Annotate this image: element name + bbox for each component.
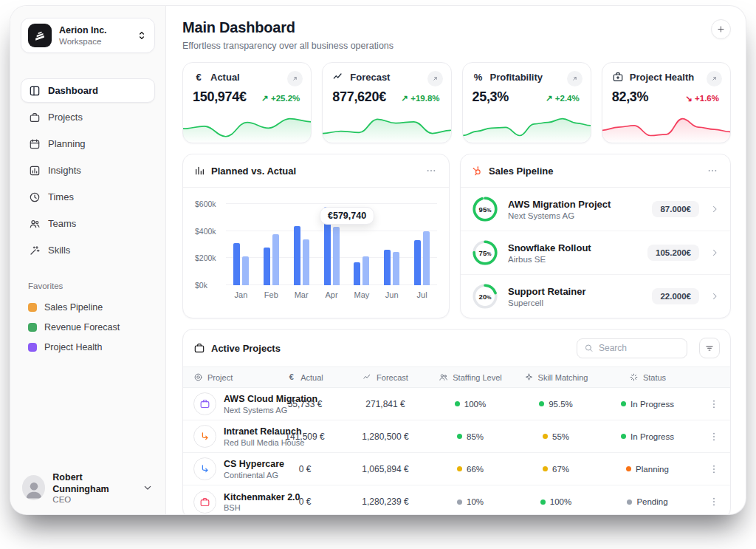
table-body: AWS Cloud MigrationNext Systems AG 55,73…: [183, 388, 730, 514]
chevron-right-icon: [709, 204, 720, 214]
search-icon: [584, 344, 594, 353]
column-header-project[interactable]: Project: [193, 372, 268, 382]
sidebar-item-skills[interactable]: Skills: [21, 238, 155, 262]
row-menu-button[interactable]: [708, 463, 720, 475]
project-staffing: 85%: [429, 432, 512, 441]
open-kpi-button[interactable]: [567, 71, 583, 86]
favorite-sales-pipeline[interactable]: Sales Pipeline: [21, 297, 155, 317]
app-window: Aerion Inc. Workspace DashboardProjectsP…: [10, 6, 746, 514]
user-name: Robert Cunningham: [52, 471, 134, 496]
pipeline-title: Sales Pipeline: [489, 166, 553, 177]
project-row-kitchenmaker-2-0[interactable]: Kitchenmaker 2.0BSH 0 € 1,280,239 € 10% …: [183, 485, 730, 514]
sidebar-item-projects[interactable]: Projects: [21, 105, 155, 129]
add-widget-button[interactable]: [711, 19, 731, 39]
favorite-color-swatch: [28, 343, 37, 352]
column-header-status[interactable]: Status: [600, 372, 695, 382]
x-axis-label: Jan: [226, 290, 256, 299]
bar-planned-jul: [414, 240, 421, 285]
table-header: Project€ActualForecastStaffing LevelSkil…: [183, 366, 730, 388]
bar-group-jun[interactable]: [377, 198, 407, 285]
trend-icon: [362, 372, 372, 382]
project-skill: 100%: [512, 497, 600, 506]
sidebar-item-teams[interactable]: Teams: [21, 211, 155, 236]
kpi-delta: ↗ +2.4%: [546, 93, 580, 103]
project-row-cs-hypercare[interactable]: CS HypercareContinental AG 0 € 1,065,894…: [183, 453, 730, 485]
column-header-staffing-level[interactable]: Staffing Level: [429, 372, 512, 382]
favorite-label: Sales Pipeline: [44, 302, 103, 313]
kpi-sparkline: [463, 105, 591, 143]
favorite-revenue-forecast[interactable]: Revenue Forecast: [21, 317, 155, 337]
column-header-actual[interactable]: €Actual: [268, 372, 342, 382]
pipeline-deal-support-retainer[interactable]: 20% Support RetainerSupercell 22.000€: [461, 274, 730, 318]
sidebar-item-planning[interactable]: Planning: [21, 132, 155, 156]
workspace-selector[interactable]: Aerion Inc. Workspace: [21, 18, 155, 53]
kpi-card-forecast: Forecast 877,620€↗ +19.8%: [322, 62, 451, 143]
row-menu-button[interactable]: [708, 496, 720, 508]
user-menu[interactable]: Robert Cunningham CEO: [21, 467, 155, 505]
sidebar-item-label: Times: [48, 191, 74, 202]
bar-planned-mar: [294, 226, 300, 285]
project-row-aws-cloud-migration[interactable]: AWS Cloud MigrationNext Systems AG 55,73…: [183, 388, 730, 420]
page-title: Main Dashboard: [182, 19, 394, 36]
open-kpi-button[interactable]: [427, 71, 443, 86]
x-axis-label: Apr: [317, 290, 347, 299]
deal-progress-ring: 20%: [471, 282, 499, 310]
hubspot-icon: [471, 165, 483, 177]
kpi-label: Project Health: [630, 72, 694, 83]
bar-group-jan[interactable]: [226, 198, 256, 285]
bar-actual-jul: [423, 231, 430, 285]
deal-amount-badge: 105.200€: [647, 245, 699, 261]
row-menu-button[interactable]: [708, 431, 720, 443]
status-badge: Pending: [600, 497, 695, 506]
column-label: Status: [643, 373, 666, 382]
main-content: Main Dashboard Effortless transparency o…: [166, 6, 746, 514]
open-kpi-button[interactable]: [707, 71, 722, 86]
health-icon: [612, 71, 624, 83]
kpi-sparkline: [323, 105, 450, 143]
search-box[interactable]: [577, 338, 687, 358]
workspace-name: Aerion Inc.: [59, 25, 107, 37]
favorite-label: Project Health: [44, 342, 103, 352]
pipeline-menu-button[interactable]: [705, 163, 720, 178]
y-axis-label: $400k: [195, 227, 216, 236]
x-axis-label: Feb: [256, 290, 286, 299]
pipeline-deal-aws-migration-project[interactable]: 95% AWS Migration ProjectNext Systems AG…: [461, 188, 730, 231]
sidebar-item-times[interactable]: Times: [21, 185, 155, 209]
bar-group-mar[interactable]: [286, 198, 317, 285]
open-kpi-button[interactable]: [287, 71, 303, 86]
workspace-subtitle: Workspace: [59, 37, 107, 46]
project-forecast: 271,841 €: [342, 399, 429, 409]
filter-button[interactable]: [699, 338, 720, 358]
bar-actual-jun: [393, 252, 399, 285]
project-type-icon: [193, 491, 216, 514]
kpi-card-project-health: Project Health 82,3%↘ +1.6%: [602, 62, 731, 143]
deal-progress-ring: 95%: [471, 195, 499, 223]
kpi-label: Forecast: [350, 72, 390, 83]
sales-pipeline-card: Sales Pipeline 95% AWS Migration Project…: [460, 154, 731, 318]
favorites-label: Favorites: [28, 282, 148, 290]
sidebar-item-label: Planning: [48, 138, 86, 149]
bar-actual-may: [362, 256, 369, 285]
chart-menu-button[interactable]: [424, 163, 439, 178]
pipeline-deal-snowflake-rollout[interactable]: 75% Snowflake RolloutAirbus SE 105.200€: [461, 231, 730, 274]
bar-group-feb[interactable]: [256, 198, 286, 285]
sidebar: Aerion Inc. Workspace DashboardProjectsP…: [10, 6, 166, 514]
briefcase-icon: [193, 342, 205, 354]
x-axis-label: May: [346, 290, 377, 299]
row-menu-button[interactable]: [708, 398, 720, 410]
column-header-forecast[interactable]: Forecast: [342, 372, 429, 382]
favorite-project-health[interactable]: Project Health: [21, 337, 155, 357]
project-type-icon: [193, 457, 216, 480]
sidebar-item-dashboard[interactable]: Dashboard: [21, 78, 155, 103]
y-axis-label: $200k: [195, 253, 216, 262]
arrow-up-right-icon: [568, 73, 580, 85]
bar-group-jul[interactable]: [407, 198, 437, 285]
loader-icon: [629, 372, 639, 382]
project-row-intranet-relaunch[interactable]: Intranet RelaunchRed Bull Media House 14…: [183, 420, 730, 453]
users-icon: [29, 218, 41, 230]
column-header-skill-matching[interactable]: Skill Matching: [512, 372, 600, 382]
project-staffing: 66%: [429, 465, 512, 474]
search-input[interactable]: [599, 343, 680, 353]
active-projects-card: Active Projects Project€ActualForecastSt…: [182, 329, 731, 514]
sidebar-item-insights[interactable]: Insights: [21, 158, 155, 183]
